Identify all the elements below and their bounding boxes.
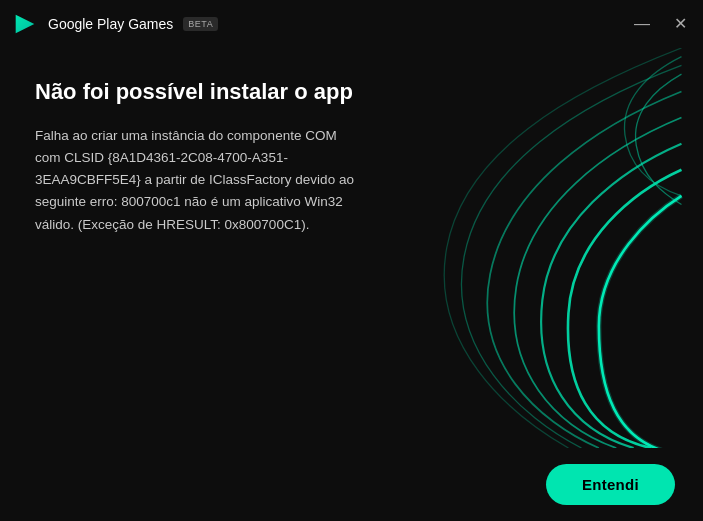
titlebar-controls: — ✕ [630,12,691,36]
app-window: Google Play Games BETA — ✕ Não foi possí… [0,0,703,521]
titlebar-left: Google Play Games BETA [12,11,218,37]
error-title: Não foi possível instalar o app [35,78,365,107]
bottom-bar: Entendi [0,448,703,521]
decorative-svg [373,48,703,448]
close-button[interactable]: ✕ [670,12,691,36]
app-title: Google Play Games [48,16,173,32]
svg-marker-0 [16,15,35,34]
titlebar: Google Play Games BETA — ✕ [0,0,703,48]
minimize-button[interactable]: — [630,12,654,36]
error-message: Falha ao criar uma instância do componen… [35,125,365,236]
beta-badge: BETA [183,17,218,31]
text-panel: Não foi possível instalar o app Falha ao… [0,48,400,448]
ok-button[interactable]: Entendi [546,464,675,505]
decorative-panel [373,48,703,448]
main-content: Não foi possível instalar o app Falha ao… [0,48,703,448]
app-icon [12,11,38,37]
